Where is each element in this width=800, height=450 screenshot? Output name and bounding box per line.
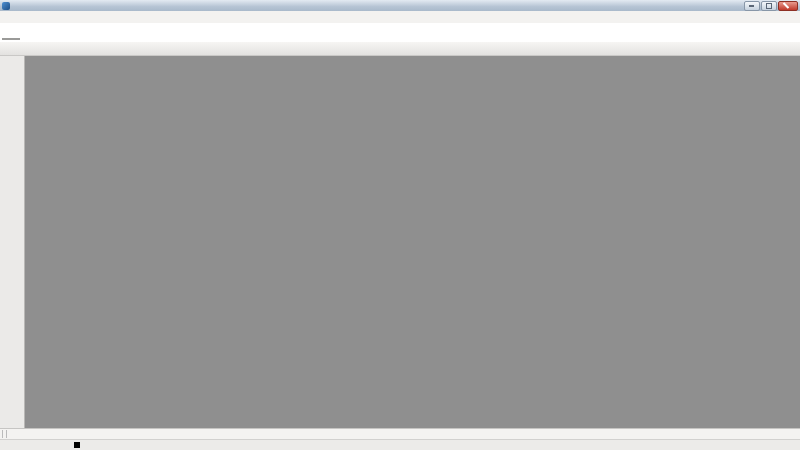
layer-color-swatch [74, 442, 80, 448]
sidebar-toolbar [0, 56, 25, 428]
maximize-icon[interactable] [761, 1, 777, 11]
close-icon[interactable] [778, 1, 798, 11]
rhino-window [0, 0, 800, 450]
app-icon [2, 2, 10, 10]
command-prompt-label[interactable] [2, 38, 20, 40]
main-region [0, 56, 800, 428]
osnap-bar [0, 428, 800, 439]
viewport-canvas[interactable] [25, 56, 800, 428]
main-toolbar [0, 42, 800, 56]
layer-pane[interactable] [74, 442, 82, 448]
titlebar [0, 0, 800, 11]
minimize-icon[interactable] [744, 1, 760, 11]
status-bar [0, 439, 800, 450]
window-controls [744, 1, 798, 11]
viewport-perspective[interactable] [25, 56, 800, 428]
osnap-drag-handle[interactable] [2, 430, 7, 438]
command-history [0, 23, 800, 35]
command-input[interactable] [20, 35, 800, 42]
